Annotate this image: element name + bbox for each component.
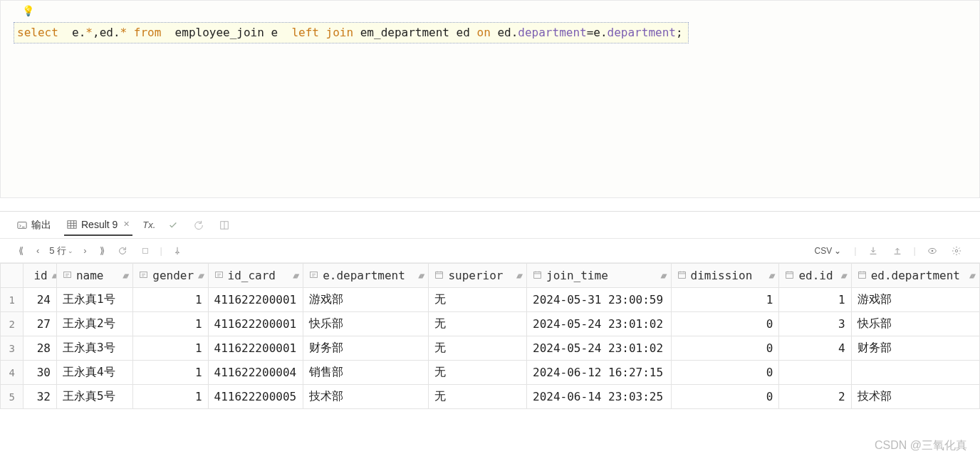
cell[interactable]: 技术部	[303, 385, 429, 409]
cell[interactable]: 无	[429, 361, 527, 385]
column-icon	[139, 269, 148, 282]
cell[interactable]: 27	[24, 312, 57, 336]
cell[interactable]	[779, 361, 851, 385]
layout-icon[interactable]	[217, 219, 232, 232]
column-icon	[309, 269, 318, 282]
cell[interactable]: 411622200001	[208, 336, 303, 361]
sort-icon[interactable]: ▲▼	[841, 272, 845, 279]
sort-icon[interactable]: ▲▼	[516, 272, 521, 279]
cell[interactable]: 财务部	[851, 336, 979, 361]
cell[interactable]: 1	[779, 288, 851, 312]
table-row[interactable]: 227王永真2号1411622200001快乐部无2024-05-24 23:0…	[1, 312, 980, 336]
eye-icon[interactable]	[924, 244, 940, 257]
refresh-icon[interactable]	[115, 244, 130, 257]
column-header[interactable]: id▲▼	[24, 264, 57, 288]
column-header[interactable]: join_time▲▼	[527, 264, 672, 288]
table-row[interactable]: 124王永真1号1411622200001游戏部无2024-05-31 23:0…	[1, 288, 980, 312]
cell[interactable]: 30	[24, 361, 57, 385]
stop-icon[interactable]	[137, 244, 153, 257]
cell[interactable]: 0	[671, 336, 779, 361]
cell[interactable]: 技术部	[851, 385, 979, 409]
svg-rect-8	[140, 272, 147, 277]
cell[interactable]: 王永真4号	[56, 361, 132, 385]
cell[interactable]: 2024-05-24 23:01:02	[527, 312, 672, 336]
cell[interactable]: 3	[779, 312, 851, 336]
cell[interactable]: 1	[671, 288, 779, 312]
sort-icon[interactable]: ▲▼	[768, 272, 773, 279]
lightbulb-icon[interactable]: 💡	[22, 5, 34, 16]
cell[interactable]: 24	[24, 288, 57, 312]
cell[interactable]: 1	[133, 312, 208, 336]
tab-result[interactable]: Result 9 ✕	[64, 215, 132, 236]
cell[interactable]: 王永真5号	[56, 385, 132, 409]
sort-icon[interactable]: ▲▼	[123, 272, 127, 279]
column-header[interactable]: id_card▲▼	[208, 264, 303, 288]
sort-icon[interactable]: ▲▼	[661, 272, 665, 279]
cell[interactable]: 王永真1号	[56, 288, 132, 312]
cell[interactable]: 王永真2号	[56, 312, 132, 336]
cell[interactable]: 0	[671, 385, 779, 409]
cell[interactable]: 1	[133, 336, 208, 361]
column-header[interactable]: dimission▲▼	[671, 264, 779, 288]
cell[interactable]: 无	[429, 312, 527, 336]
cell[interactable]: 2	[779, 385, 851, 409]
next-page-icon[interactable]: ›	[80, 244, 89, 257]
cell[interactable]: 28	[24, 336, 57, 361]
cell[interactable]: 游戏部	[851, 288, 979, 312]
cell[interactable]	[851, 361, 979, 385]
cell[interactable]: 无	[429, 288, 527, 312]
cell[interactable]: 0	[671, 361, 779, 385]
settings-icon[interactable]	[949, 244, 964, 257]
cell[interactable]: 无	[429, 385, 527, 409]
cell[interactable]: 快乐部	[851, 312, 979, 336]
sql-statement[interactable]: select e.*,ed.* from employee_join e lef…	[14, 22, 689, 43]
row-count[interactable]: 5 行 ⌄	[49, 244, 73, 257]
cell[interactable]: 快乐部	[303, 312, 429, 336]
cell[interactable]: 411622200005	[208, 385, 303, 409]
commit-icon[interactable]	[165, 219, 181, 232]
pin-icon[interactable]	[170, 244, 185, 257]
download-icon[interactable]	[865, 244, 881, 257]
sort-icon[interactable]: ▲▼	[293, 272, 297, 279]
table-row[interactable]: 328王永真3号1411622200001财务部无2024-05-24 23:0…	[1, 336, 980, 361]
cell[interactable]: 2024-06-12 16:27:15	[527, 361, 672, 385]
cell[interactable]: 32	[24, 385, 57, 409]
sort-icon[interactable]: ▲▼	[198, 272, 202, 279]
tab-output[interactable]: 输出	[14, 215, 54, 236]
cell[interactable]: 销售部	[303, 361, 429, 385]
sort-icon[interactable]: ▲▼	[418, 272, 422, 279]
cell[interactable]: 4	[779, 336, 851, 361]
table-row[interactable]: 430王永真4号1411622200004销售部无2024-06-12 16:2…	[1, 361, 980, 385]
cell[interactable]: 财务部	[303, 336, 429, 361]
cell[interactable]: 0	[671, 312, 779, 336]
column-header[interactable]: gender▲▼	[133, 264, 208, 288]
column-header[interactable]: name▲▼	[56, 264, 132, 288]
sort-icon[interactable]: ▲▼	[52, 272, 56, 279]
close-icon[interactable]: ✕	[123, 220, 130, 229]
cell[interactable]: 1	[133, 288, 208, 312]
column-header[interactable]: superior▲▼	[429, 264, 527, 288]
sql-editor[interactable]: 💡 select e.*,ed.* from employee_join e l…	[0, 0, 980, 198]
first-page-icon[interactable]: ⟪	[16, 244, 26, 257]
cell[interactable]: 王永真3号	[56, 336, 132, 361]
column-header[interactable]: ed.id▲▼	[779, 264, 851, 288]
cell[interactable]: 411622200001	[208, 288, 303, 312]
cell[interactable]: 411622200001	[208, 312, 303, 336]
cell[interactable]: 2024-05-31 23:00:59	[527, 288, 672, 312]
sort-icon[interactable]: ▲▼	[969, 272, 974, 279]
column-header[interactable]: e.department▲▼	[303, 264, 429, 288]
cell[interactable]: 411622200004	[208, 361, 303, 385]
cell[interactable]: 1	[133, 385, 208, 409]
cell[interactable]: 游戏部	[303, 288, 429, 312]
cell[interactable]: 2024-05-24 23:01:02	[527, 336, 672, 361]
upload-icon[interactable]	[890, 244, 905, 257]
column-header[interactable]: ed.department▲▼	[851, 264, 979, 288]
cell[interactable]: 1	[133, 361, 208, 385]
prev-page-icon[interactable]: ‹	[33, 244, 42, 257]
csv-button[interactable]: CSV ⌄	[810, 244, 846, 257]
cell[interactable]: 无	[429, 336, 527, 361]
cell[interactable]: 2024-06-14 23:03:25	[527, 385, 672, 409]
last-page-icon[interactable]: ⟫	[97, 244, 108, 257]
table-row[interactable]: 532王永真5号1411622200005技术部无2024-06-14 23:0…	[1, 385, 980, 409]
rollback-icon[interactable]	[191, 219, 207, 232]
